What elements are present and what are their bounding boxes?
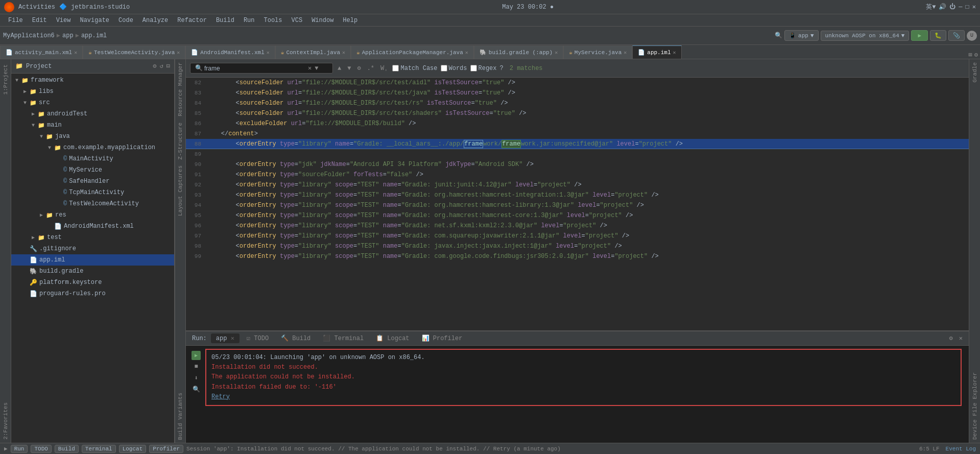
regex-input[interactable] xyxy=(470,65,477,71)
menu-run[interactable]: Run xyxy=(240,16,259,25)
tree-src[interactable]: ▼📁src xyxy=(11,97,174,108)
debug-button[interactable]: 🐛 xyxy=(930,30,946,41)
tree-safehandler[interactable]: ©SafeHandler xyxy=(11,176,174,187)
menu-build[interactable]: Build xyxy=(212,16,238,25)
tree-testwelcome[interactable]: ©TestWelcomeActivity xyxy=(11,198,174,209)
tree-androidmanifest[interactable]: 📄AndroidManifest.xml xyxy=(11,221,174,232)
search-input-wrap[interactable]: 🔍 ✕ ▼ xyxy=(190,63,333,74)
tree-proguard[interactable]: 📄proguard-rules.pro xyxy=(11,288,174,299)
bottom-tab-profiler[interactable]: 📊 Profiler xyxy=(417,333,468,343)
tab-activity-main[interactable]: 📄activity_main.xml✕ xyxy=(0,45,83,59)
tree-tcpmainactivity[interactable]: ©TcpMainActivity xyxy=(11,187,174,198)
tree-androidtest[interactable]: ▶📁androidTest xyxy=(11,108,174,120)
bottom-tab-terminal[interactable]: ⬛ Terminal xyxy=(318,333,369,343)
tree-main[interactable]: ▼📁main xyxy=(11,120,174,131)
tree-mainactivity[interactable]: ©MainActivity xyxy=(11,153,174,164)
search-input[interactable] xyxy=(204,65,306,72)
search-left-icon[interactable]: 🔍 xyxy=(194,64,204,72)
tree-libs[interactable]: ▶📁libs xyxy=(11,86,174,97)
next-match[interactable]: ▼ xyxy=(346,65,352,72)
tab-app-iml[interactable]: 📄app.iml✕ xyxy=(632,45,681,59)
profile-avatar[interactable]: U xyxy=(967,31,977,41)
attach-button[interactable]: 📎 xyxy=(948,30,965,41)
tab-manifest[interactable]: 📄AndroidManifest.xml✕ xyxy=(185,45,275,59)
profiler-status-btn[interactable]: Profiler xyxy=(149,445,183,453)
resource-manager-label[interactable]: Resource Manager xyxy=(176,59,185,120)
logcat-status-btn[interactable]: Logcat xyxy=(119,445,147,453)
tab-context[interactable]: ☕ContextImpl.java✕ xyxy=(275,45,351,59)
bottom-close-icon[interactable]: ✕ xyxy=(957,334,965,342)
menu-help[interactable]: Help xyxy=(339,16,362,25)
bottom-tab-logcat[interactable]: 📋 Logcat xyxy=(371,333,414,343)
settings-icon[interactable]: ⚙ xyxy=(974,51,978,59)
tree-java[interactable]: ▼📁java xyxy=(11,131,174,142)
match-case-checkbox[interactable]: Match Case xyxy=(392,65,437,72)
run-restart-btn[interactable]: ▶ xyxy=(192,351,201,360)
regex-checkbox[interactable]: Regex xyxy=(470,65,497,72)
run-stop-btn[interactable]: ■ xyxy=(192,362,201,371)
build-variants-label[interactable]: Build Variants xyxy=(176,390,185,443)
tree-buildgradle[interactable]: 🐘build.gradle xyxy=(11,266,174,277)
gradle-label[interactable]: Gradle xyxy=(970,59,979,86)
search-options-icon[interactable]: ⚙ xyxy=(355,64,362,72)
menu-navigate[interactable]: Navigate xyxy=(76,16,113,25)
speaker-icon[interactable]: 🔊 xyxy=(939,3,946,11)
bottom-tab-build[interactable]: 🔨 Build xyxy=(276,333,316,343)
words-input[interactable] xyxy=(441,65,447,71)
z-structure-label[interactable]: Z-Structure xyxy=(176,120,185,163)
menu-vcs[interactable]: VCS xyxy=(288,16,307,25)
search-clear[interactable]: ✕ xyxy=(306,64,313,72)
run-filter-btn[interactable]: 🔍 xyxy=(192,385,201,394)
prev-match[interactable]: ▲ xyxy=(336,65,343,72)
build-status-btn[interactable]: Build xyxy=(55,445,79,453)
code-editor[interactable]: 82 <sourceFolder url="file://$MODULE_DIR… xyxy=(186,78,969,330)
cursor-position[interactable]: 6:5 LF xyxy=(919,446,940,452)
bottom-tab-todo[interactable]: ☑ TODO xyxy=(242,333,274,343)
words-checkbox[interactable]: Words xyxy=(441,65,467,72)
menu-tools[interactable]: Tools xyxy=(260,16,286,25)
menu-refactor[interactable]: Refactor xyxy=(173,16,211,25)
run-retry-link[interactable]: Retry xyxy=(211,392,955,402)
window-close[interactable]: ✕ xyxy=(972,3,976,11)
tab-test-welcome[interactable]: ☕TestWelcomeActivity.java✕ xyxy=(83,45,185,59)
tree-gitignore[interactable]: 🔧.gitignore xyxy=(11,243,174,254)
tree-res[interactable]: ▶📁res xyxy=(11,209,174,221)
collapse-icon[interactable]: ⊟ xyxy=(166,62,170,70)
search-history[interactable]: ▼ xyxy=(313,65,320,72)
terminal-status-btn[interactable]: Terminal xyxy=(82,445,116,453)
panel-label-project[interactable]: 1:Project xyxy=(1,61,10,98)
tab-close-app[interactable]: ✕ xyxy=(231,335,234,342)
tree-myservice[interactable]: ©MyService xyxy=(11,164,174,176)
menu-file[interactable]: File xyxy=(4,16,27,25)
split-icon[interactable]: ⊞ xyxy=(969,51,972,59)
tab-myservice[interactable]: ☕MyService.java✕ xyxy=(563,45,632,59)
menu-analyze[interactable]: Analyze xyxy=(138,16,172,25)
tab-pkg-manager[interactable]: ☕ApplicationPackageManager.java✕ xyxy=(351,45,474,59)
tab-build-gradle[interactable]: 🐘build.gradle (:app)✕ xyxy=(474,45,563,59)
breadcrumb-app-name[interactable]: MyApplication6 xyxy=(3,32,55,39)
tree-keystore[interactable]: 🔑platform.keystore xyxy=(11,277,174,288)
menu-window[interactable]: Window xyxy=(307,16,338,25)
tree-com-example[interactable]: ▼📁com.example.myapplication xyxy=(11,142,174,153)
menu-view[interactable]: View xyxy=(52,16,75,25)
todo-status-btn[interactable]: TODO xyxy=(31,445,51,453)
window-minimize[interactable]: ─ xyxy=(959,4,962,11)
panel-label-favorites[interactable]: 2:Favorites xyxy=(1,399,10,443)
match-case-input[interactable] xyxy=(392,65,399,71)
run-scroll-btn[interactable]: ⬇ xyxy=(192,373,201,383)
lang-indicator[interactable]: 英▼ xyxy=(926,3,936,11)
device-selector[interactable]: unknown AOSP on x86_64 ▼ xyxy=(821,31,910,41)
power-icon[interactable]: ⏻ xyxy=(949,3,955,11)
regex-icon[interactable]: .* xyxy=(366,65,376,72)
device-explorer-label[interactable]: Device File Explorer xyxy=(970,369,979,443)
breadcrumb-app[interactable]: app xyxy=(62,32,74,39)
tree-test[interactable]: ▶📁test xyxy=(11,232,174,243)
menu-edit[interactable]: Edit xyxy=(28,16,51,25)
bottom-settings-icon[interactable]: ⚙ xyxy=(947,334,955,342)
sync-icon[interactable]: ↺ xyxy=(160,62,163,70)
run-status-btn[interactable]: Run xyxy=(11,445,28,453)
layout-captures-label[interactable]: Layout Captures xyxy=(176,162,185,219)
bottom-tab-app[interactable]: app ✕ xyxy=(211,333,240,343)
menu-code[interactable]: Code xyxy=(114,16,137,25)
tree-app-iml[interactable]: 📄app.iml xyxy=(11,254,174,266)
